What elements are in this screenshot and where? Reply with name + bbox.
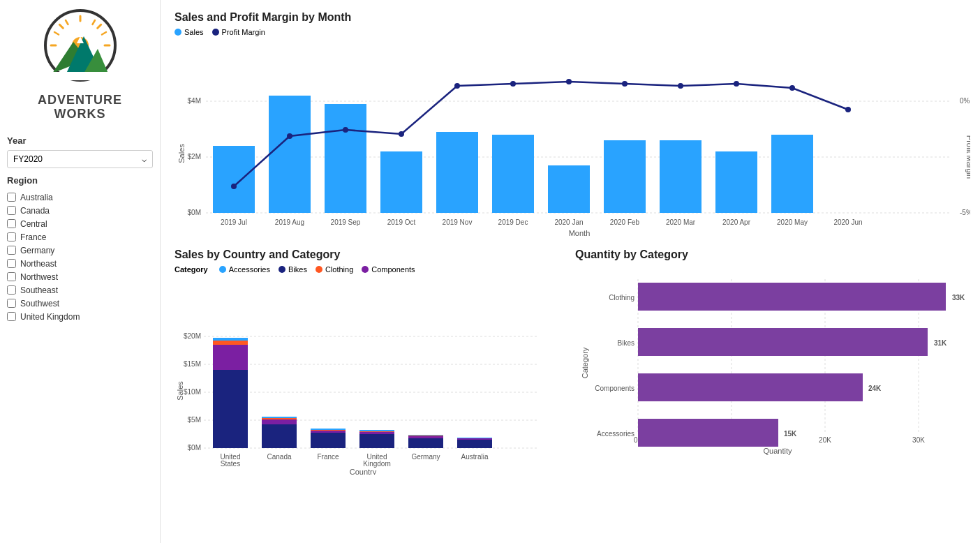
legend-components: Components: [362, 265, 415, 274]
bar-2020-may: [771, 135, 813, 213]
region-checkbox-canada[interactable]: [7, 206, 16, 215]
sidebar: Adventure Works Year FY2020 ⌵ Region Aus…: [0, 0, 161, 543]
logo-icon: [38, 7, 122, 91]
year-selected-value: FY2020: [13, 154, 43, 164]
bar-2020-feb: [604, 140, 646, 213]
de-accessories: [408, 435, 443, 436]
svg-text:20K: 20K: [819, 436, 831, 444]
svg-line-8: [66, 20, 68, 24]
profit-dot-nov: [454, 83, 460, 89]
region-checkbox-northwest[interactable]: [7, 272, 16, 281]
region-checkbox-australia[interactable]: [7, 193, 16, 202]
bikes-label: Bikes: [288, 265, 307, 274]
svg-text:2020 Apr: 2020 Apr: [722, 218, 751, 226]
region-checkbox-item[interactable]: France: [7, 232, 153, 242]
svg-line-9: [102, 32, 106, 35]
svg-text:Country: Country: [350, 468, 377, 475]
svg-line-5: [59, 24, 63, 28]
region-checkbox-item[interactable]: United Kingdom: [7, 312, 153, 322]
top-chart-container: Sales and Profit Margin by Month Sales P…: [175, 11, 966, 237]
bottom-right-svg: Category 0K 10K 20K 30K Quantity Clothin…: [575, 265, 966, 461]
bottom-charts: Sales by Country and Category Category A…: [175, 248, 966, 532]
region-checkbox-southwest[interactable]: [7, 299, 16, 308]
region-checkbox-item[interactable]: Southwest: [7, 299, 153, 308]
us-clothing: [213, 341, 248, 345]
svg-text:$0M: $0M: [188, 209, 201, 216]
svg-text:France: France: [317, 453, 339, 461]
profit-dot-may: [789, 85, 795, 91]
au-bikes: [457, 440, 492, 448]
profit-dot-feb: [622, 81, 628, 87]
region-checkbox-label: France: [20, 232, 46, 242]
top-chart-legend: Sales Profit Margin: [175, 28, 966, 36]
svg-text:2020 Jun: 2020 Jun: [833, 218, 862, 226]
legend-profit: Profit Margin: [212, 28, 265, 36]
svg-text:Canada: Canada: [267, 453, 291, 461]
bottom-right-chart-container: Quantity by Category Category 0K 10K 20K…: [575, 248, 966, 532]
svg-text:Sales: Sales: [177, 144, 186, 163]
bottom-left-title: Sales by Country and Category: [175, 248, 561, 261]
region-checkbox-list: AustraliaCanadaCentralFranceGermanyNorth…: [7, 193, 153, 322]
ca-clothing: [262, 418, 297, 419]
region-checkbox-item[interactable]: Australia: [7, 193, 153, 202]
region-checkbox-central[interactable]: [7, 219, 16, 228]
us-bikes: [213, 370, 248, 448]
logo-area: Adventure Works: [7, 7, 153, 128]
svg-line-2: [97, 24, 101, 28]
svg-text:2020 Jan: 2020 Jan: [554, 218, 583, 226]
fr-clothing: [311, 430, 346, 431]
region-checkbox-united-kingdom[interactable]: [7, 312, 16, 321]
region-checkbox-northeast[interactable]: [7, 259, 16, 268]
svg-line-7: [92, 20, 95, 24]
profit-dot-sep: [343, 127, 348, 133]
fr-accessories: [311, 429, 346, 430]
region-checkbox-label: Northwest: [20, 272, 58, 282]
svg-text:Germany: Germany: [411, 453, 440, 461]
region-checkbox-label: Southeast: [20, 285, 58, 295]
svg-text:$15M: $15M: [184, 360, 201, 368]
clothing-dot: [315, 266, 322, 273]
region-checkbox-france[interactable]: [7, 232, 16, 241]
region-checkbox-item[interactable]: Northeast: [7, 259, 153, 269]
region-checkbox-item[interactable]: Canada: [7, 206, 153, 216]
profit-legend-label: Profit Margin: [222, 28, 265, 36]
region-checkbox-southeast[interactable]: [7, 285, 16, 295]
profit-dot-jan: [566, 79, 572, 84]
profit-dot-jul: [231, 184, 237, 189]
region-checkbox-item[interactable]: Central: [7, 219, 153, 229]
region-checkbox-label: Central: [20, 219, 47, 229]
region-checkbox-label: Canada: [20, 206, 50, 216]
svg-text:Profit Margin: Profit Margin: [965, 135, 970, 179]
svg-text:Month: Month: [569, 229, 591, 237]
region-checkbox-item[interactable]: Northwest: [7, 272, 153, 282]
svg-text:Bikes: Bikes: [618, 339, 634, 347]
region-checkbox-germany[interactable]: [7, 246, 16, 255]
au-accessories: [457, 438, 492, 438]
year-filter-section: Year FY2020 ⌵: [7, 135, 153, 168]
components-dot: [362, 266, 369, 273]
svg-text:Components: Components: [595, 385, 634, 392]
profit-dot-dec: [510, 81, 516, 87]
region-checkbox-item[interactable]: Southeast: [7, 285, 153, 295]
svg-text:$5M: $5M: [188, 416, 201, 424]
logo-line1: Adventure: [38, 93, 122, 107]
svg-text:2019 Oct: 2019 Oct: [387, 218, 416, 226]
svg-text:Clothing: Clothing: [609, 294, 634, 302]
profit-dot-jun: [845, 107, 851, 112]
bar-2019-jul: [213, 146, 255, 213]
profit-dot-oct: [399, 131, 404, 137]
svg-text:Category: Category: [581, 347, 589, 378]
year-dropdown[interactable]: FY2020 ⌵: [7, 150, 153, 168]
legend-accessories: Accessories: [219, 265, 270, 274]
sales-legend-label: Sales: [184, 28, 204, 36]
region-checkbox-label: Australia: [20, 193, 53, 202]
ca-accessories: [262, 417, 297, 418]
region-filter-label: Region: [7, 175, 153, 186]
ca-bikes: [262, 424, 297, 448]
clothing-label: Clothing: [325, 265, 353, 274]
bar-2019-aug: [269, 96, 311, 213]
bar-2020-mar: [660, 140, 701, 213]
region-checkbox-item[interactable]: Germany: [7, 246, 153, 255]
bar-clothing: [638, 283, 946, 311]
profit-dot-aug: [287, 133, 292, 139]
